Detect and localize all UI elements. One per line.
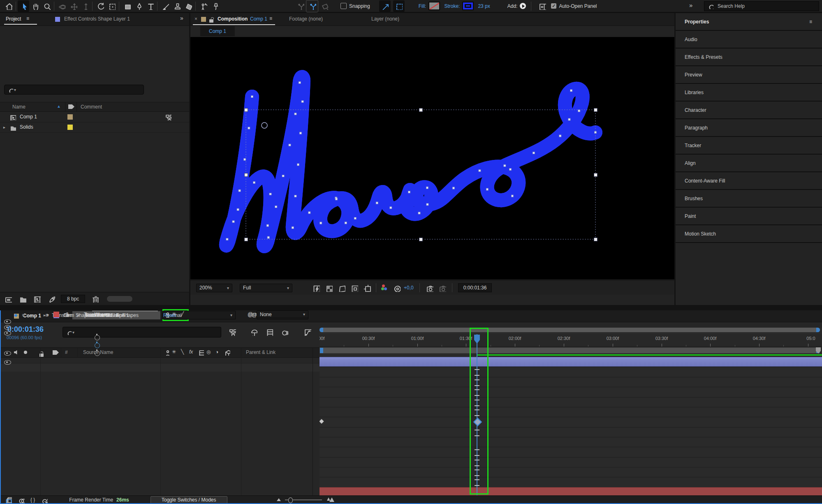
puppet-pin-tool-icon[interactable] bbox=[209, 0, 220, 12]
footer-scrollbar[interactable] bbox=[107, 296, 132, 302]
tab-composition-comp-name[interactable]: Comp 1 bbox=[250, 16, 267, 22]
draft-3d-icon[interactable] bbox=[250, 328, 257, 336]
timeline-zoom-slider[interactable] bbox=[285, 499, 322, 500]
layer-label-swatch[interactable] bbox=[53, 312, 59, 317]
panel-item-audio[interactable]: Audio bbox=[676, 31, 822, 49]
layer-collapsed-chevron-icon[interactable]: ▸ bbox=[47, 312, 49, 317]
path1-eye-icon[interactable] bbox=[4, 325, 11, 330]
timeline-tab-name[interactable]: Comp 1 bbox=[23, 313, 41, 319]
panel-item-tracker[interactable]: Tracker bbox=[676, 137, 822, 155]
fill1-eye-empty-cell[interactable] bbox=[3, 311, 11, 319]
dolly-camera-tool-icon[interactable] bbox=[79, 0, 90, 12]
transparency-grid-icon[interactable] bbox=[325, 284, 333, 292]
new-composition-icon[interactable] bbox=[33, 295, 41, 303]
frame-blending-icon[interactable] bbox=[265, 328, 273, 336]
project-item-name[interactable]: Comp 1 bbox=[20, 114, 37, 120]
panel-item-content-aware-fill[interactable]: Content-Aware Fill bbox=[676, 172, 822, 190]
help-search-box[interactable]: Search Help bbox=[704, 1, 819, 11]
project-item-name[interactable]: Solids bbox=[20, 124, 33, 130]
selection-tool-icon[interactable] bbox=[18, 0, 29, 12]
selection-handle[interactable] bbox=[419, 108, 423, 112]
stopwatch-active-icon[interactable] bbox=[95, 343, 100, 348]
type-tool-icon[interactable] bbox=[144, 0, 155, 12]
fast-previews-icon[interactable] bbox=[312, 284, 320, 292]
trash-icon[interactable] bbox=[91, 295, 99, 303]
snapshot-icon[interactable] bbox=[426, 284, 433, 292]
collapse-switch-icon[interactable]: ✳ bbox=[172, 311, 176, 317]
sort-ascending-icon[interactable]: ▲ bbox=[57, 104, 61, 109]
show-snapshot-icon[interactable] bbox=[438, 284, 446, 292]
trim-paths-eye-icon[interactable] bbox=[4, 331, 11, 335]
stroke-label[interactable]: Stroke: bbox=[444, 3, 460, 9]
expand-chevron-icon[interactable]: ▸ bbox=[3, 125, 5, 129]
panel-item-motion-sketch[interactable]: Motion Sketch bbox=[676, 225, 822, 243]
tab-footage[interactable]: Footage (none) bbox=[289, 16, 323, 22]
parent-dropdown[interactable]: None▾ bbox=[257, 310, 308, 318]
selection-handle[interactable] bbox=[594, 173, 597, 177]
keyframe-icon[interactable] bbox=[320, 419, 324, 423]
navigator-end-handle[interactable] bbox=[816, 328, 820, 332]
stopwatch-icon[interactable] bbox=[95, 351, 100, 356]
project-overflow-chevrons[interactable]: » bbox=[180, 15, 183, 21]
zoom-tool-icon[interactable] bbox=[41, 0, 52, 12]
roto-brush-tool-icon[interactable] bbox=[197, 0, 209, 12]
selection-handle[interactable] bbox=[594, 108, 597, 112]
stopwatch-icon[interactable] bbox=[95, 335, 100, 340]
graph-editor-icon[interactable] bbox=[303, 328, 311, 336]
snap-arrow-toggle-icon[interactable] bbox=[379, 0, 391, 12]
tab-composition[interactable]: Composition bbox=[218, 16, 248, 22]
grid-guides-icon[interactable] bbox=[363, 284, 371, 292]
properties-menu-icon[interactable]: ≡ bbox=[809, 19, 812, 25]
layer-name[interactable]: Waves bbox=[95, 312, 109, 317]
mask-visibility-icon[interactable] bbox=[338, 284, 345, 292]
timeline-navigator-bar[interactable] bbox=[320, 328, 820, 332]
selection-handle[interactable] bbox=[419, 238, 423, 241]
work-area-bar[interactable] bbox=[320, 347, 820, 354]
selection-handle[interactable] bbox=[244, 108, 248, 112]
tab-project[interactable]: Project bbox=[6, 16, 21, 22]
current-timecode[interactable]: 0:00:01:36 bbox=[7, 325, 44, 334]
snapping-checkbox[interactable] bbox=[340, 3, 347, 9]
navigator-start-handle[interactable] bbox=[320, 328, 323, 332]
expressions-icon[interactable]: { } bbox=[30, 497, 35, 503]
snap-region-toggle-icon[interactable] bbox=[393, 0, 405, 12]
label-column-icon[interactable] bbox=[68, 104, 74, 109]
orbit-camera-tool-icon[interactable] bbox=[56, 0, 67, 12]
stroke-swatch[interactable] bbox=[462, 2, 474, 10]
render-engine-icon[interactable] bbox=[47, 295, 55, 303]
project-menu-icon[interactable]: ≡ bbox=[26, 16, 29, 21]
project-search-box[interactable]: ▾ bbox=[4, 85, 144, 95]
tab-effect-controls[interactable]: Effect Controls Shape Layer 1 bbox=[64, 16, 130, 22]
brush-tool-icon[interactable] bbox=[159, 0, 171, 12]
search-options-chevron-icon[interactable]: ▾ bbox=[72, 330, 74, 335]
layer1-duration-bar[interactable] bbox=[320, 357, 822, 367]
camera-frame-tool-icon[interactable] bbox=[106, 0, 117, 12]
add-play-icon[interactable] bbox=[520, 3, 526, 9]
panel-item-properties[interactable]: Properties ≡ bbox=[676, 13, 822, 31]
panel-item-libraries[interactable]: Libraries bbox=[676, 84, 822, 102]
stroke-width-value[interactable]: 23 px bbox=[478, 3, 490, 9]
toggle-switches-modes-button[interactable]: Toggle Switches / Modes bbox=[151, 496, 227, 504]
tab-layer[interactable]: Layer (none) bbox=[371, 16, 399, 22]
eraser-tool-icon[interactable] bbox=[182, 0, 194, 12]
expand-layers-icon[interactable] bbox=[5, 496, 12, 503]
composition-mini-flowchart-icon[interactable] bbox=[228, 328, 236, 336]
magnification-dropdown[interactable]: 200%▾ bbox=[196, 284, 232, 292]
selection-handle[interactable] bbox=[244, 238, 248, 241]
panel-item-effects-presets[interactable]: Effects & Presets bbox=[676, 49, 822, 66]
panel-item-paint[interactable]: Paint bbox=[676, 208, 822, 225]
pen-tool-icon[interactable] bbox=[132, 0, 144, 12]
layer2-duration-bar[interactable] bbox=[320, 487, 822, 495]
quality-switch-icon[interactable]: ╱ bbox=[181, 311, 184, 317]
rectangle-tool-icon[interactable] bbox=[121, 0, 132, 12]
shy-switch-icon[interactable] bbox=[163, 311, 169, 318]
panel-item-align[interactable]: Align bbox=[676, 155, 822, 172]
project-row-comp1[interactable]: Comp 1 bbox=[0, 112, 189, 123]
keyframe-toggle-icon[interactable]: ◆ bbox=[14, 312, 17, 318]
open-panel-icon[interactable] bbox=[536, 0, 548, 12]
panel-item-brushes[interactable]: Brushes bbox=[676, 190, 822, 208]
interpret-footage-icon[interactable] bbox=[4, 295, 12, 303]
panel-item-paragraph[interactable]: Paragraph bbox=[676, 119, 822, 137]
exposure-value[interactable]: +0,0 bbox=[404, 285, 414, 291]
clone-stamp-tool-icon[interactable] bbox=[171, 0, 182, 12]
